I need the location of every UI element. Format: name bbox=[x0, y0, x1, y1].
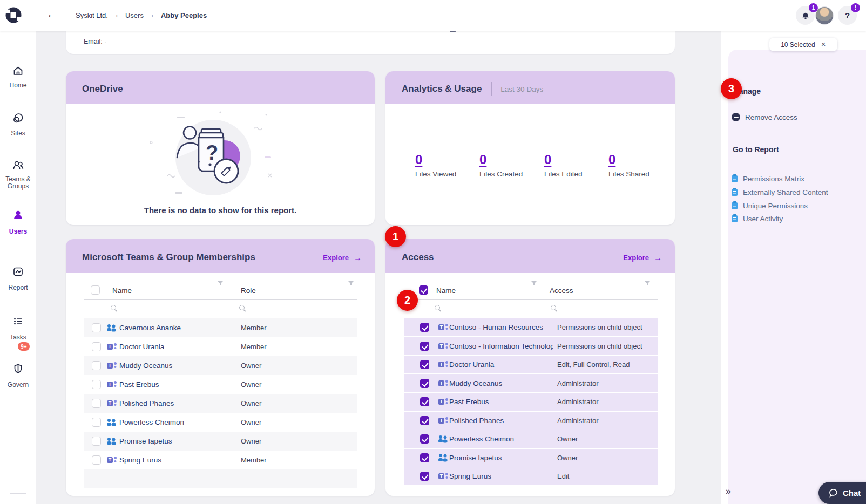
access-name-search-field[interactable] bbox=[435, 305, 440, 310]
analytics-header-divider bbox=[491, 82, 492, 96]
membership-row[interactable]: Powerless Cheimon Owner bbox=[84, 413, 357, 432]
row-checkbox[interactable] bbox=[420, 360, 429, 369]
remove-access-button[interactable]: Remove Access bbox=[732, 113, 797, 121]
back-arrow-button[interactable]: ← bbox=[46, 8, 57, 21]
access-select-all-checkbox[interactable] bbox=[419, 285, 428, 295]
access-row[interactable]: Powerless Cheimon Owner bbox=[404, 430, 658, 448]
teams-icon bbox=[438, 342, 448, 350]
help-button[interactable]: ? ! bbox=[838, 6, 857, 25]
access-value-search-field[interactable] bbox=[551, 305, 556, 310]
notifications-button[interactable]: 1 bbox=[796, 6, 815, 25]
access-row[interactable]: Muddy Oceanus Administrator bbox=[404, 374, 658, 392]
files-edited-value-link[interactable]: 0 bbox=[544, 152, 551, 167]
row-checkbox[interactable] bbox=[92, 437, 101, 446]
user-profile-card: Email: - bbox=[66, 31, 675, 54]
access-row[interactable]: Polished Phanes Administrator bbox=[404, 412, 658, 430]
empty-table-row bbox=[84, 469, 357, 488]
row-checkbox[interactable] bbox=[420, 416, 429, 425]
row-checkbox[interactable] bbox=[92, 323, 101, 332]
sidebar-item-sites[interactable] bbox=[0, 112, 36, 125]
row-checkbox[interactable] bbox=[420, 379, 429, 388]
svg-text:?: ? bbox=[206, 141, 218, 164]
teams-groups-icon bbox=[12, 159, 24, 172]
group-icon bbox=[438, 435, 448, 443]
bell-icon bbox=[801, 11, 810, 19]
membership-row[interactable]: Past Erebus Owner bbox=[84, 375, 357, 394]
sidebar-item-tasks[interactable] bbox=[0, 315, 36, 328]
report-link-user-activity[interactable]: User Activity bbox=[732, 213, 783, 224]
row-checkbox[interactable] bbox=[92, 342, 101, 351]
row-checkbox[interactable] bbox=[420, 434, 429, 444]
access-card-header: Access Explore → bbox=[385, 239, 675, 273]
access-row[interactable]: Contoso - Human Resources Permissions on… bbox=[404, 318, 658, 336]
membership-name: Past Erebus bbox=[119, 380, 233, 389]
access-row[interactable]: Past Erebus Administrator bbox=[404, 393, 658, 411]
access-card: Access Explore → Name Access Contoso - H… bbox=[385, 239, 675, 496]
access-name: Promise Iapetus bbox=[449, 454, 553, 462]
breadcrumb-current-user: Abby Peeples bbox=[161, 11, 207, 19]
membership-row[interactable]: Cavernous Ananke Member bbox=[84, 318, 357, 337]
row-checkbox[interactable] bbox=[92, 380, 101, 389]
row-checkbox[interactable] bbox=[420, 323, 429, 332]
chat-button[interactable]: Chat bbox=[818, 482, 866, 504]
row-checkbox[interactable] bbox=[420, 472, 429, 481]
syskit-logo[interactable] bbox=[4, 6, 23, 24]
left-nav-sidebar: Home Sites Teams & Groups Users Report 9… bbox=[0, 31, 36, 504]
memberships-select-all-checkbox[interactable] bbox=[91, 285, 100, 295]
row-checkbox[interactable] bbox=[420, 342, 429, 351]
sidebar-item-report[interactable] bbox=[0, 265, 36, 278]
teams-icon bbox=[438, 472, 448, 480]
access-name: Powerless Cheimon bbox=[449, 435, 553, 443]
sidebar-label-tasks: Tasks bbox=[0, 334, 36, 341]
files-shared-value-link[interactable]: 0 bbox=[608, 152, 615, 167]
membership-row[interactable]: Polished Phanes Owner bbox=[84, 394, 357, 413]
report-link-externally-shared[interactable]: Externally Shared Content bbox=[732, 187, 828, 197]
teams-icon bbox=[438, 323, 448, 331]
row-checkbox[interactable] bbox=[420, 397, 429, 406]
access-row[interactable]: Doctor Urania Edit, Full Control, Read bbox=[404, 356, 658, 373]
collapse-panel-chevron[interactable]: » bbox=[726, 486, 730, 497]
home-icon bbox=[12, 65, 24, 77]
row-checkbox[interactable] bbox=[92, 361, 101, 370]
sidebar-item-users[interactable] bbox=[0, 209, 36, 221]
onedrive-empty-message: There is no data to show for this report… bbox=[66, 206, 375, 215]
row-checkbox[interactable] bbox=[92, 399, 101, 408]
access-explore-link[interactable]: Explore → bbox=[623, 253, 662, 262]
memberships-name-search-field[interactable] bbox=[111, 305, 116, 310]
clear-selection-icon[interactable]: ✕ bbox=[821, 41, 826, 48]
name-filter-icon[interactable] bbox=[217, 281, 224, 284]
membership-row[interactable]: Promise Iapetus Owner bbox=[84, 432, 357, 451]
sidebar-item-govern[interactable] bbox=[0, 363, 36, 375]
access-row[interactable]: Spring Eurus Edit bbox=[404, 467, 658, 485]
access-row[interactable]: Contoso - Information Technology Permiss… bbox=[404, 337, 658, 355]
annotation-marker-3: 3 bbox=[721, 78, 742, 99]
group-icon bbox=[107, 437, 117, 445]
selection-count-label: 10 Selected bbox=[781, 41, 815, 49]
membership-row[interactable]: Muddy Oceanus Owner bbox=[84, 356, 357, 375]
membership-name: Spring Eurus bbox=[119, 456, 233, 464]
user-avatar[interactable] bbox=[815, 6, 834, 25]
report-link-permissions-matrix[interactable]: Permissions Matrix bbox=[732, 173, 804, 184]
membership-row[interactable]: Spring Eurus Member bbox=[84, 451, 357, 469]
report-link-unique-permissions[interactable]: Unique Permissions bbox=[732, 200, 808, 211]
name-filter-icon[interactable] bbox=[531, 281, 537, 284]
files-created-value-link[interactable]: 0 bbox=[479, 152, 486, 167]
membership-row[interactable]: Doctor Urania Member bbox=[84, 337, 357, 356]
memberships-card-header: Microsoft Teams & Group Memberships Expl… bbox=[66, 239, 375, 273]
sidebar-item-teams-groups[interactable] bbox=[0, 159, 36, 172]
row-checkbox[interactable] bbox=[92, 455, 101, 465]
row-checkbox[interactable] bbox=[420, 453, 429, 462]
row-checkbox[interactable] bbox=[92, 418, 101, 427]
access-level: Edit, Full Control, Read bbox=[557, 360, 630, 369]
access-row[interactable]: Promise Iapetus Owner bbox=[404, 449, 658, 467]
memberships-role-search-field[interactable] bbox=[239, 305, 245, 310]
membership-role: Owner bbox=[241, 399, 261, 407]
bulk-actions-panel: 10 Selected ✕ Manage Remove Access Go to… bbox=[721, 31, 866, 504]
files-viewed-value-link[interactable]: 0 bbox=[415, 152, 422, 167]
memberships-explore-link[interactable]: Explore → bbox=[323, 253, 362, 262]
sidebar-item-home[interactable] bbox=[0, 65, 36, 77]
breadcrumb-users[interactable]: Users bbox=[125, 11, 144, 19]
breadcrumb-org[interactable]: Syskit Ltd. bbox=[76, 11, 108, 19]
access-filter-icon[interactable] bbox=[644, 281, 651, 284]
role-filter-icon[interactable] bbox=[348, 281, 354, 284]
